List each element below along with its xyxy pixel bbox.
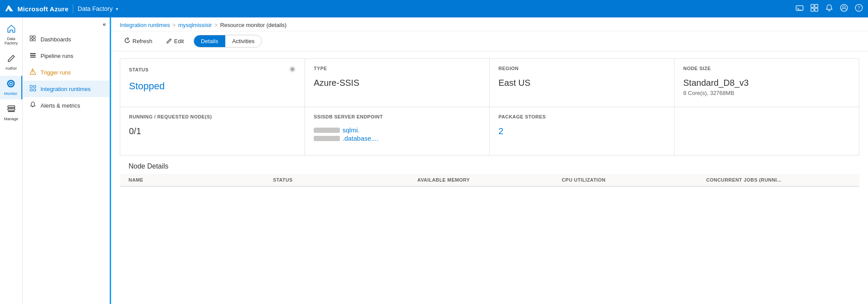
topbar-icons: ?: [796, 4, 863, 14]
edit-label: Edit: [174, 38, 184, 44]
svg-rect-20: [30, 39, 32, 41]
col-status: STATUS: [273, 177, 417, 182]
sidebar-item-manage[interactable]: Manage: [0, 101, 22, 125]
svg-rect-16: [8, 108, 15, 110]
main-content: Integration runtimes > mysqlmissisir > R…: [111, 17, 868, 304]
help-icon[interactable]: ?: [855, 4, 863, 14]
refresh-icon: [124, 37, 130, 45]
account-icon[interactable]: [840, 4, 848, 14]
sidebar-left: Data Factory Author Monitor Manage: [0, 17, 23, 304]
topbar-section-label: Data Factory: [78, 5, 112, 12]
sidebar-item-author[interactable]: Author: [0, 51, 22, 74]
region-value: East US: [498, 78, 665, 88]
status-value: Stopped: [129, 81, 296, 92]
status-label: STATUS: [129, 66, 296, 74]
svg-rect-23: [30, 55, 36, 56]
dashboards-label: Dashboards: [41, 36, 71, 43]
sidebar-item-data-factory[interactable]: Data Factory: [0, 21, 22, 49]
sidebar-alerts-metrics[interactable]: Alerts & metrics: [23, 97, 109, 114]
dashboards-icon: [30, 35, 36, 43]
integration-runtimes-icon: [30, 85, 36, 93]
ssisdb-line1: sqlmi.: [314, 126, 359, 134]
sidebar-item-monitor[interactable]: Monitor: [0, 76, 22, 99]
breadcrumb-resource-monitor: Resource monitor (details): [220, 22, 286, 28]
tab-group: Details Activities: [193, 35, 262, 47]
running-nodes-label: RUNNING / REQUESTED NODE(S): [129, 114, 296, 119]
azure-logo-icon: [5, 4, 14, 13]
pipeline-runs-label: Pipeline runs: [41, 53, 73, 59]
package-stores-card: PACKAGE STORES 2: [490, 107, 675, 155]
sidebar-monitor-label: Monitor: [4, 91, 17, 96]
sidebar-pipeline-runs[interactable]: Pipeline runs: [23, 47, 109, 64]
sqlmi-text: sqlmi.: [342, 126, 359, 134]
tab-activities[interactable]: Activities: [225, 35, 261, 47]
col-jobs: CONCURRENT JOBS (RUNNI...: [706, 177, 851, 182]
svg-rect-15: [8, 106, 15, 108]
sidebar-secondary: « Dashboards Pipeline runs Trigger runs …: [23, 17, 110, 304]
svg-rect-29: [34, 85, 36, 88]
region-card: REGION East US: [490, 59, 675, 107]
running-nodes-value: 0/1: [129, 126, 296, 136]
sidebar-dashboards[interactable]: Dashboards: [23, 31, 109, 47]
type-label: TYPE: [314, 66, 481, 71]
svg-rect-30: [30, 89, 32, 91]
breadcrumb-sep-1: >: [173, 22, 176, 28]
node-size-label: NODE SIZE: [683, 66, 850, 71]
sidebar-data-factory-label: Data Factory: [2, 37, 20, 45]
empty-card: [675, 107, 859, 155]
edit-button[interactable]: Edit: [162, 36, 188, 47]
col-memory: AVAILABLE MEMORY: [417, 177, 562, 182]
tab-details[interactable]: Details: [194, 35, 225, 47]
pipeline-runs-icon: [30, 52, 36, 60]
svg-rect-19: [33, 36, 35, 38]
svg-rect-5: [815, 4, 818, 7]
svg-rect-18: [30, 36, 32, 38]
notification-icon[interactable]: [825, 4, 833, 14]
ssisdb-label: SSISDB SERVER ENDPOINT: [314, 114, 481, 119]
sidebar-collapse-btn[interactable]: «: [23, 17, 109, 31]
blur-block-2: [314, 136, 340, 141]
svg-rect-22: [30, 53, 36, 54]
alerts-metrics-label: Alerts & metrics: [41, 102, 80, 109]
breadcrumb-integration-runtimes[interactable]: Integration runtimes: [120, 22, 170, 28]
portal-icon[interactable]: [810, 4, 818, 14]
blur-block-1: [314, 128, 340, 133]
topbar-brand: Microsoft Azure: [5, 4, 68, 13]
cards-area: STATUS Stopped TYPE Azure-SSIS: [111, 51, 868, 304]
app-layout: Data Factory Author Monitor Manage «: [0, 17, 868, 304]
package-stores-label: PACKAGE STORES: [498, 114, 665, 119]
svg-rect-33: [291, 68, 294, 71]
database-text: .database....: [342, 135, 379, 142]
edit-icon: [166, 38, 172, 45]
package-stores-value: 2: [498, 126, 665, 136]
breadcrumb: Integration runtimes > mysqlmissisir > R…: [111, 17, 868, 31]
refresh-label: Refresh: [132, 38, 153, 44]
topbar-section[interactable]: Data Factory ▾: [78, 5, 118, 12]
node-size-card: NODE SIZE Standard_D8_v3 8 Core(s), 3276…: [675, 59, 859, 107]
type-value: Azure-SSIS: [314, 78, 481, 88]
tab-details-label: Details: [201, 38, 218, 44]
cloud-shell-icon[interactable]: [796, 4, 804, 14]
topbar-caret-icon: ▾: [116, 7, 118, 11]
region-label: REGION: [498, 66, 665, 71]
toolbar: Refresh Edit Details Activities: [111, 31, 868, 51]
type-card: TYPE Azure-SSIS: [305, 59, 490, 107]
sidebar-integration-runtimes[interactable]: Integration runtimes: [23, 81, 109, 97]
home-icon: [7, 24, 16, 35]
col-name: NAME: [129, 177, 273, 182]
breadcrumb-mysqlmissisir[interactable]: mysqlmissisir: [178, 22, 212, 28]
svg-point-27: [32, 73, 33, 74]
alerts-icon: [30, 101, 36, 109]
running-nodes-card: RUNNING / REQUESTED NODE(S) 0/1: [120, 107, 305, 155]
node-size-subvalue: 8 Core(s), 32768MB: [683, 90, 850, 96]
svg-rect-7: [815, 8, 818, 11]
svg-rect-4: [811, 4, 814, 7]
status-circle-icon: [289, 66, 296, 74]
svg-rect-24: [30, 57, 36, 57]
refresh-button[interactable]: Refresh: [120, 35, 157, 47]
node-details-title: Node Details: [120, 155, 859, 174]
cards-row-2: RUNNING / REQUESTED NODE(S) 0/1 SSISDB S…: [120, 107, 859, 155]
svg-rect-21: [33, 39, 35, 41]
svg-rect-28: [30, 85, 32, 88]
sidebar-trigger-runs[interactable]: Trigger runs: [23, 64, 109, 81]
